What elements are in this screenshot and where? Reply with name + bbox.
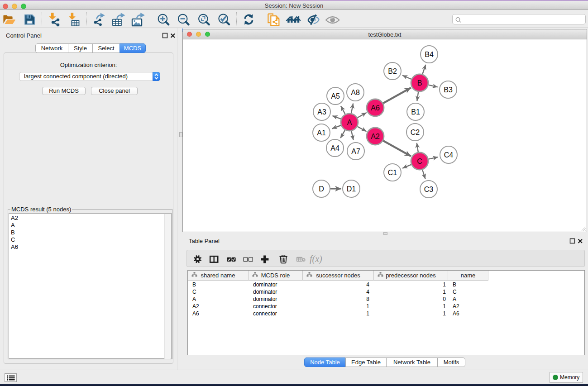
svg-text:A1: A1 [317,129,326,137]
svg-text:C2: C2 [411,129,420,136]
svg-text:A: A [347,119,352,126]
svg-text:A4: A4 [330,144,339,152]
svg-text:B2: B2 [388,67,397,75]
svg-text:A5: A5 [331,92,340,100]
svg-text:B: B [417,79,422,87]
svg-text:f(x): f(x) [310,254,322,264]
svg-text:C: C [417,157,422,165]
svg-text:C3: C3 [424,186,434,193]
svg-text:C1: C1 [388,169,397,176]
svg-text:A8: A8 [351,89,360,96]
svg-text:A2: A2 [371,133,380,140]
svg-text:A6: A6 [371,104,380,112]
svg-text:C4: C4 [444,151,454,159]
svg-text:B3: B3 [444,86,453,94]
svg-text:B4: B4 [425,51,434,58]
svg-text:D1: D1 [347,185,356,193]
svg-text:B1: B1 [411,108,420,116]
svg-text:A3: A3 [317,108,326,116]
svg-text:D: D [319,185,324,193]
svg-text:A7: A7 [351,148,360,155]
